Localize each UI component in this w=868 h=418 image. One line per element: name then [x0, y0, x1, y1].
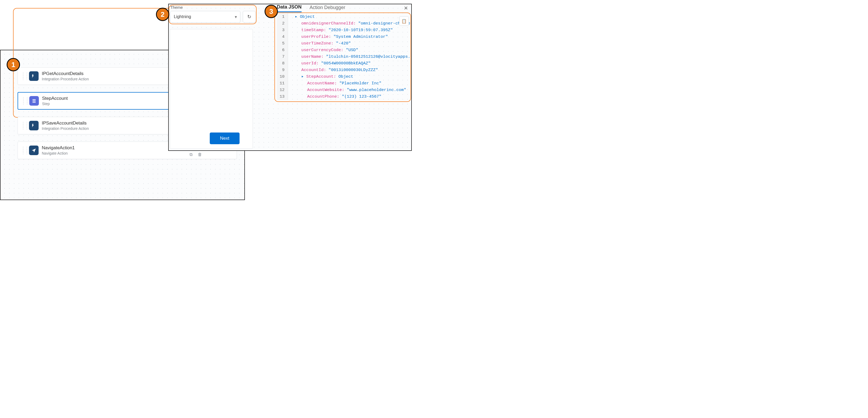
json-line[interactable]: 11AccountName: "PlaceHolder Inc": [277, 80, 410, 87]
json-line[interactable]: 7userName: "ltulchin-05012512126@vlocity…: [277, 54, 410, 60]
svg-rect-1: [32, 101, 36, 101]
step-title: IPSaveAccountDetails: [42, 121, 89, 126]
json-line[interactable]: 13AccountPhone: "(123) 123-4567": [277, 93, 410, 100]
line-code: timeStamp: "2020-10-10T19:59:07.395Z": [288, 27, 393, 34]
next-button[interactable]: Next: [210, 132, 240, 144]
drag-handle-icon[interactable]: ⋮⋮⋮⋮⋮⋮: [22, 122, 27, 129]
theme-label: Theme: [170, 5, 183, 9]
line-code: userCurrencyCode: "USD": [288, 47, 358, 54]
line-code: AccountName: "PlaceHolder Inc": [288, 80, 381, 87]
line-code: AccountWebsite: "www.placeholderinc.com": [288, 87, 406, 93]
drag-handle-icon[interactable]: ⋮⋮⋮⋮⋮⋮: [22, 147, 27, 154]
line-number: 1: [277, 13, 288, 20]
line-number: 10: [277, 73, 288, 80]
line-code: omnidesignerChannelId: "omni-designer-ch…: [288, 20, 410, 27]
line-code: userProfile: "System Administrator": [288, 34, 388, 40]
json-line[interactable]: 3timeStamp: "2020-10-10T19:59:07.395Z": [277, 27, 410, 34]
line-number: 4: [277, 34, 288, 40]
line-number: 2: [277, 20, 288, 27]
json-line[interactable]: 4userProfile: "System Administrator": [277, 34, 410, 40]
step-subtitle: Integration Procedure Action: [42, 77, 89, 81]
clipboard-icon: 📋: [401, 19, 407, 24]
integration-procedure-icon: [29, 71, 39, 81]
navigate-icon: [29, 146, 39, 155]
svg-rect-2: [32, 102, 36, 103]
tab-action-debugger[interactable]: Action Debugger: [310, 5, 345, 12]
step-title: StepAccount: [42, 96, 68, 101]
line-code: userTimeZone: "-420": [288, 40, 351, 47]
line-number: 7: [277, 54, 288, 60]
theme-select[interactable]: Lightning ▾: [170, 11, 240, 23]
callout-badge-3: 3: [265, 5, 278, 18]
json-line[interactable]: 1▸ Object: [277, 13, 410, 20]
step-subtitle: Step: [42, 102, 68, 106]
line-number: 13: [277, 93, 288, 100]
line-number: 5: [277, 40, 288, 47]
callout-badge-2: 2: [156, 8, 169, 21]
close-icon[interactable]: ✕: [404, 5, 408, 11]
json-line[interactable]: 2omnidesignerChannelId: "omni-designer-c…: [277, 20, 410, 27]
theme-select-value: Lightning: [174, 14, 191, 19]
callout-badge-1: 1: [7, 58, 20, 71]
drag-handle-icon[interactable]: ⋮⋮⋮⋮⋮⋮: [22, 97, 28, 104]
line-number: 12: [277, 87, 288, 93]
json-line[interactable]: 9AccountId: "0013i0000030LDyZZZ": [277, 67, 410, 73]
integration-procedure-icon: [29, 121, 39, 130]
step-subtitle: Integration Procedure Action: [42, 126, 89, 131]
line-code: ▸ StepAccount: Object: [288, 73, 353, 80]
copy-to-clipboard-button[interactable]: 📋: [399, 16, 409, 26]
json-line[interactable]: 12AccountWebsite: "www.placeholderinc.co…: [277, 87, 410, 93]
step-icon: [29, 96, 39, 106]
json-line[interactable]: 6userCurrencyCode: "USD": [277, 47, 410, 54]
drag-handle-icon[interactable]: ⋮⋮⋮⋮⋮⋮: [22, 73, 27, 80]
line-code: AccountId: "0013i0000030LDyZZZ": [288, 67, 378, 73]
line-number: 11: [277, 80, 288, 87]
json-viewer[interactable]: 1▸ Object2omnidesignerChannelId: "omni-d…: [277, 13, 410, 100]
json-line[interactable]: 8userId: "0054W00000BbkEAQAZ": [277, 60, 410, 67]
svg-rect-0: [32, 99, 36, 100]
line-number: 3: [277, 27, 288, 34]
step-title: IPGetAccountDetails: [42, 71, 89, 76]
step-title: NavigateAction1: [42, 145, 75, 151]
duplicate-icon[interactable]: ⧉: [189, 152, 192, 157]
line-code: ▸ Object: [288, 13, 315, 20]
card-action-icons: ⧉ 🗑: [189, 152, 202, 157]
refresh-icon: ↻: [247, 14, 251, 20]
delete-icon[interactable]: 🗑: [198, 152, 202, 157]
refresh-button[interactable]: ↻: [243, 11, 255, 23]
line-code: AccountPhone: "(123) 123-4567": [288, 93, 381, 100]
line-number: 6: [277, 47, 288, 54]
json-line[interactable]: 10▸ StepAccount: Object: [277, 73, 410, 80]
json-line[interactable]: 5userTimeZone: "-420": [277, 40, 410, 47]
preview-card: [170, 29, 253, 149]
line-number: 8: [277, 60, 288, 67]
step-subtitle: Navigate Action: [42, 151, 75, 155]
line-number: 9: [277, 67, 288, 73]
line-code: userName: "ltulchin-05012512126@vlocitya…: [288, 54, 410, 60]
chevron-down-icon: ▾: [235, 14, 237, 20]
tab-data-json[interactable]: Data JSON: [277, 4, 302, 12]
line-code: userId: "0054W00000BbkEAQAZ": [288, 60, 371, 67]
